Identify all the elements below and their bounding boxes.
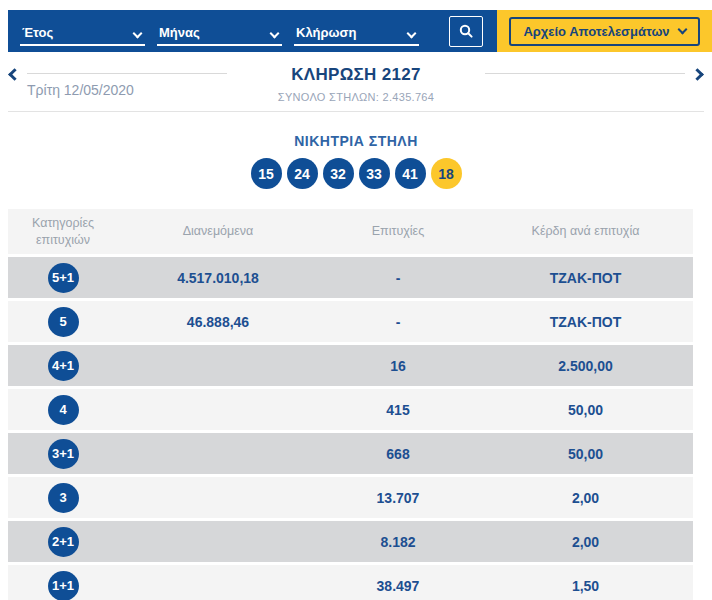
winning-number-ball: 32 [323,158,354,189]
winning-number-ball: 24 [287,158,318,189]
draw-heading: ΚΛΗΡΩΣΗ 2127 ΣΥΝΟΛΟ ΣΤΗΛΩΝ: 2.435.764 [251,65,461,111]
wins-value: 13.707 [318,490,478,506]
table-row: 3+1 668 50,00 [8,433,693,474]
table-row: 5+1 4.517.010,18 - ΤΖΑΚ-ΠΟΤ [8,257,693,298]
prize-value: 50,00 [478,402,693,418]
table-row: 4 415 50,00 [8,389,693,430]
distributed-value: 46.888,46 [118,314,318,330]
category-badge: 5 [48,307,79,337]
prize-value: 50,00 [478,446,693,462]
chevron-down-icon [677,25,687,35]
table-row: 4+1 16 2.500,00 [8,345,693,386]
chevron-down-icon [133,29,143,39]
table-row: 3 13.707 2,00 [8,477,693,518]
winning-numbers: 15 24 32 33 41 18 [0,158,712,189]
search-icon [458,23,474,39]
prize-table: Κατηγορίες επιτυχιών Διανεμόμενα Επιτυχί… [8,209,693,600]
divider-line [485,73,685,74]
month-dropdown-label: Μήνας [159,26,200,39]
archive-bar: Αρχείο Αποτελεσμάτων [497,10,712,52]
wins-value: - [318,314,478,330]
header-distributed: Διανεμόμενα [118,223,318,240]
winning-number-ball: 41 [395,158,426,189]
draw-navigation: Τρίτη 12/05/2020 ΚΛΗΡΩΣΗ 2127 ΣΥΝΟΛΟ ΣΤΗ… [8,52,704,112]
draw-dropdown[interactable]: Κλήρωση [294,16,419,46]
header-prize-per-win: Κέρδη ανά επιτυχία [478,223,693,240]
winning-column-title: ΝΙΚΗΤΡΙΑ ΣΤΗΛΗ [0,133,712,149]
prize-value: ΤΖΑΚ-ΠΟΤ [478,270,693,286]
total-columns: ΣΥΝΟΛΟ ΣΤΗΛΩΝ: 2.435.764 [251,91,461,103]
prize-value: 2,00 [478,490,693,506]
draw-nav-left-body: Τρίτη 12/05/2020 [27,65,251,98]
wins-value: - [318,270,478,286]
year-dropdown-label: Έτος [22,26,53,39]
draw-title: ΚΛΗΡΩΣΗ 2127 [251,65,461,85]
draw-dropdown-label: Κλήρωση [296,26,356,39]
prize-value: ΤΖΑΚ-ΠΟΤ [478,314,693,330]
header-wins: Επιτυχίες [318,223,478,240]
year-dropdown[interactable]: Έτος [20,16,145,46]
next-draw-button[interactable] [691,68,704,81]
winning-column-section: ΝΙΚΗΤΡΙΑ ΣΤΗΛΗ 15 24 32 33 41 18 [0,133,712,189]
wins-value: 16 [318,358,478,374]
draw-nav-right-body [461,65,685,74]
previous-draw-button[interactable] [8,68,21,81]
distributed-value: 4.517.010,18 [118,270,318,286]
tzoker-results-page: Έτος Μήνας Κλήρωση Αρχείο Αποτελεσμάτων [0,10,712,600]
wins-value: 38.497 [318,578,478,594]
category-badge: 4 [48,395,79,425]
divider-line [27,73,227,74]
prize-table-header: Κατηγορίες επιτυχιών Διανεμόμενα Επιτυχί… [8,209,693,254]
search-button[interactable] [449,16,483,47]
prize-value: 2.500,00 [478,358,693,374]
table-row: 2+1 8.182 2,00 [8,521,693,562]
prize-value: 1,50 [478,578,693,594]
category-badge: 3 [48,483,79,513]
filters-bar-blue: Έτος Μήνας Κλήρωση [8,10,497,52]
chevron-down-icon [270,29,280,39]
month-dropdown[interactable]: Μήνας [157,16,282,46]
winning-number-ball: 33 [359,158,390,189]
chevron-down-icon [407,29,417,39]
draw-date: Τρίτη 12/05/2020 [27,82,227,98]
table-row: 1+1 38.497 1,50 [8,565,693,600]
table-row: 5 46.888,46 - ΤΖΑΚ-ΠΟΤ [8,301,693,342]
draw-nav-right [461,65,704,111]
category-badge: 3+1 [48,439,79,469]
category-badge: 4+1 [48,351,79,381]
archive-results-button[interactable]: Αρχείο Αποτελεσμάτων [509,17,699,46]
category-badge: 2+1 [48,527,79,557]
wins-value: 668 [318,446,478,462]
joker-number-ball: 18 [431,158,462,189]
archive-results-label: Αρχείο Αποτελεσμάτων [523,24,669,39]
filters-bar: Έτος Μήνας Κλήρωση Αρχείο Αποτελεσμάτων [8,10,712,52]
header-categories: Κατηγορίες επιτυχιών [8,215,118,249]
draw-nav-left: Τρίτη 12/05/2020 [8,65,251,111]
wins-value: 8.182 [318,534,478,550]
category-badge: 5+1 [48,263,79,293]
category-badge: 1+1 [48,571,79,600]
prize-value: 2,00 [478,534,693,550]
winning-number-ball: 15 [251,158,282,189]
wins-value: 415 [318,402,478,418]
